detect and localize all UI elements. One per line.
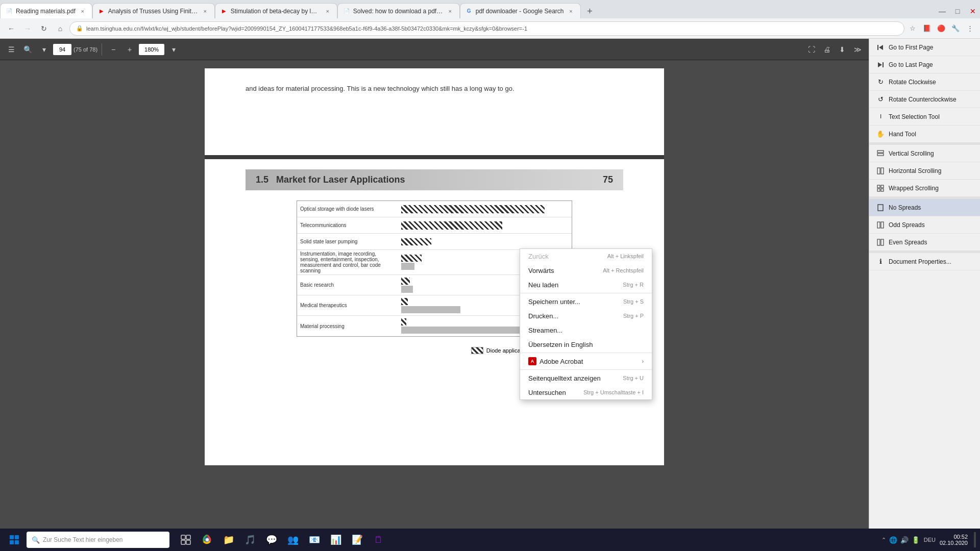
sidebar-toggle-button[interactable]: ☰ bbox=[4, 42, 18, 57]
svg-rect-23 bbox=[181, 540, 185, 544]
panel-horizontal-scrolling[interactable]: Horizontal Scrolling bbox=[869, 162, 980, 180]
svg-rect-20 bbox=[15, 540, 19, 544]
tray-network-icon[interactable]: 🌐 bbox=[889, 536, 897, 544]
panel-no-spreads[interactable]: No Spreads bbox=[869, 199, 980, 216]
url-text: learn.tsinghua.edu.cn/f/wlxt/kc/wj_wjb/s… bbox=[86, 26, 527, 32]
ctx-inspect[interactable]: Untersuchen Strg + Umschalttaste + I bbox=[520, 385, 652, 399]
panel-hand-tool[interactable]: ✋ Hand Tool bbox=[869, 126, 980, 143]
pdf-page-top-content: and ideas for material processing. This … bbox=[205, 68, 664, 155]
panel-rotate-cw[interactable]: ↻ Rotate Clockwise bbox=[869, 73, 980, 91]
extension-icon-1[interactable]: 🔴 bbox=[935, 22, 947, 35]
taskbar-spotify[interactable]: 🎵 bbox=[240, 530, 260, 550]
panel-vertical-scrolling[interactable]: Vertical Scrolling bbox=[869, 145, 980, 162]
ctx-save[interactable]: Speichern unter... Strg + S bbox=[520, 294, 652, 309]
svg-rect-10 bbox=[877, 189, 880, 191]
document-properties-label: Document Properties... bbox=[889, 258, 951, 265]
panel-even-spreads[interactable]: Even Spreads bbox=[869, 234, 980, 251]
chart-bar-3-diode bbox=[401, 238, 431, 245]
ctx-reload[interactable]: Neu laden Strg + R bbox=[520, 278, 652, 292]
tab-close-4[interactable]: × bbox=[446, 7, 454, 15]
panel-document-properties[interactable]: ℹ Document Properties... bbox=[869, 253, 980, 270]
ctx-forward[interactable]: Vorwärts Alt + Rechtspfeil bbox=[520, 263, 652, 278]
acrobat-icon[interactable]: 📕 bbox=[921, 22, 933, 35]
ctx-stream[interactable]: Streamen... bbox=[520, 323, 652, 337]
print-button[interactable]: 🖨 bbox=[820, 42, 834, 57]
ctx-print[interactable]: Drucken... Strg + P bbox=[520, 309, 652, 323]
taskbar-teams[interactable]: 👥 bbox=[283, 530, 303, 550]
zoom-input[interactable] bbox=[139, 44, 164, 55]
panel-wrapped-scrolling[interactable]: Wrapped Scrolling bbox=[869, 180, 980, 197]
back-button[interactable]: ← bbox=[4, 21, 18, 36]
chart-bar-5-diode bbox=[401, 278, 410, 285]
even-spreads-label: Even Spreads bbox=[889, 239, 927, 246]
panel-text-selection[interactable]: Ⅰ Text Selection Tool bbox=[869, 108, 980, 126]
tab-close-2[interactable]: × bbox=[201, 7, 209, 15]
pdf-scroll-area[interactable]: and ideas for material processing. This … bbox=[0, 60, 869, 551]
main-area: ☰ 🔍 ▾ (75 of 78) − + ▾ ⛶ 🖨 ⬇ ≫ bbox=[0, 39, 980, 551]
tab-analysis[interactable]: ▶ Analysis of Trusses Using Finite E... … bbox=[92, 3, 215, 18]
start-button[interactable] bbox=[4, 530, 24, 550]
ctx-back[interactable]: Zurück Alt + Linkspfeil bbox=[520, 249, 652, 263]
tab-close-1[interactable]: × bbox=[79, 7, 87, 15]
zoom-out-btn[interactable]: − bbox=[106, 42, 120, 57]
tab-favicon-2: ▶ bbox=[98, 8, 105, 15]
tab-favicon-3: ▶ bbox=[220, 8, 228, 15]
ctx-acrobat-arrow: › bbox=[642, 359, 644, 364]
section-name: Market for Laser Applications bbox=[276, 174, 405, 185]
taskbar-task-view[interactable] bbox=[176, 530, 196, 550]
address-bar[interactable]: 🔒 learn.tsinghua.edu.cn/f/wlxt/kc/wj_wjb… bbox=[69, 21, 904, 36]
taskbar-explorer[interactable]: 📁 bbox=[218, 530, 239, 550]
ctx-translate[interactable]: Übersetzen in English bbox=[520, 337, 652, 352]
no-spreads-label: No Spreads bbox=[889, 204, 921, 211]
extension-icon-2[interactable]: 🔧 bbox=[949, 22, 962, 35]
restore-button[interactable]: □ bbox=[950, 4, 965, 18]
tray-volume-icon[interactable]: 🔊 bbox=[900, 536, 909, 544]
new-tab-button[interactable]: + bbox=[583, 4, 597, 18]
hand-tool-label: Hand Tool bbox=[889, 131, 916, 138]
minimize-button[interactable]: — bbox=[935, 4, 949, 18]
panel-odd-spreads[interactable]: Odd Spreads bbox=[869, 216, 980, 234]
taskbar-onenote[interactable]: 🗒 bbox=[369, 530, 389, 550]
more-tools-button[interactable]: ≫ bbox=[850, 42, 865, 57]
zoom-in-btn[interactable]: + bbox=[122, 42, 137, 57]
zoom-dropdown-btn[interactable]: ▾ bbox=[166, 42, 181, 57]
tab-solved[interactable]: 📄 Solved: how to download a pdf f... × bbox=[337, 3, 460, 18]
tab-stimulation[interactable]: ▶ Stimulation of beta-decay by las... × bbox=[215, 3, 337, 18]
tab-reading-materials[interactable]: 📄 Reading materials.pdf × bbox=[0, 3, 92, 18]
ctx-acrobat[interactable]: A Adobe Acrobat › bbox=[520, 354, 652, 368]
ctx-view-source[interactable]: Seitenquelltext anzeigen Strg + U bbox=[520, 371, 652, 385]
go-last-icon bbox=[876, 61, 885, 69]
panel-rotate-ccw[interactable]: ↺ Rotate Counterclockwise bbox=[869, 91, 980, 108]
taskbar-chrome[interactable] bbox=[197, 530, 217, 550]
rotate-cw-icon: ↻ bbox=[876, 78, 885, 86]
page-divider bbox=[205, 155, 664, 159]
svg-rect-19 bbox=[10, 540, 14, 544]
zoom-out-button[interactable]: ▾ bbox=[37, 42, 51, 57]
tab-google[interactable]: G pdf downloader - Google Search × bbox=[460, 3, 581, 18]
section-number: 1.5 bbox=[256, 174, 268, 185]
fullscreen-button[interactable]: ⛶ bbox=[804, 42, 819, 57]
forward-button[interactable]: → bbox=[20, 21, 35, 36]
show-desktop-button[interactable] bbox=[974, 532, 976, 547]
settings-icon[interactable]: ⋮ bbox=[964, 22, 976, 35]
pdf-viewer[interactable]: ☰ 🔍 ▾ (75 of 78) − + ▾ ⛶ 🖨 ⬇ ≫ bbox=[0, 39, 869, 551]
save-button[interactable]: ⬇ bbox=[835, 42, 849, 57]
panel-go-last[interactable]: Go to Last Page bbox=[869, 56, 980, 73]
close-button[interactable]: ✕ bbox=[966, 4, 980, 18]
tab-close-3[interactable]: × bbox=[324, 7, 332, 15]
refresh-button[interactable]: ↻ bbox=[37, 21, 51, 36]
taskbar-excel[interactable]: 📊 bbox=[326, 530, 346, 550]
taskbar-search-box[interactable]: 🔍 Zur Suche Text hier eingeben bbox=[27, 532, 169, 548]
tab-close-5[interactable]: × bbox=[567, 7, 575, 15]
page-number-input[interactable] bbox=[53, 44, 71, 55]
taskbar-outlook[interactable]: 📧 bbox=[304, 530, 325, 550]
taskbar-discord[interactable]: 💬 bbox=[261, 530, 282, 550]
bookmark-star-icon[interactable]: ☆ bbox=[906, 22, 919, 35]
home-button[interactable]: ⌂ bbox=[53, 21, 67, 36]
taskbar-word[interactable]: 📝 bbox=[347, 530, 368, 550]
tray-battery-icon[interactable]: 🔋 bbox=[912, 536, 920, 544]
panel-go-first[interactable]: Go to First Page bbox=[869, 39, 980, 56]
search-button[interactable]: 🔍 bbox=[20, 42, 35, 57]
clock[interactable]: 00:52 02.10.2020 bbox=[940, 534, 968, 546]
tray-chevron[interactable]: ⌃ bbox=[881, 537, 886, 543]
